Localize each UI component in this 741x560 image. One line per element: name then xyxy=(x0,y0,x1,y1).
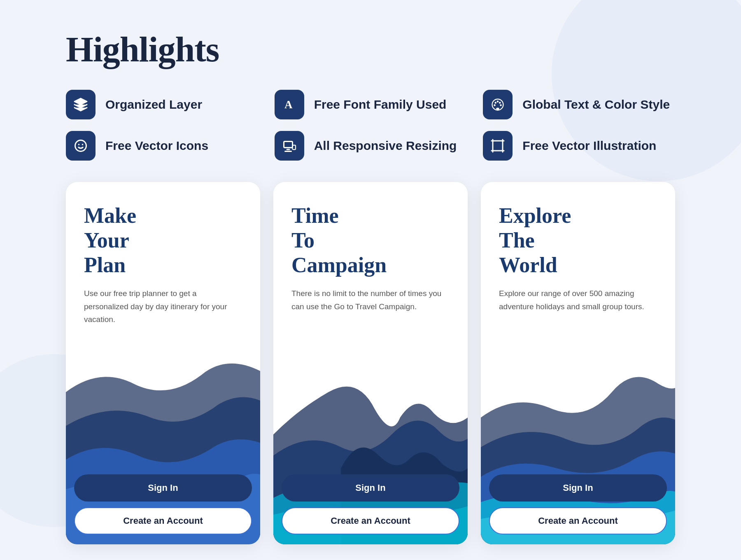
feature-label-all-responsive: All Responsive Resizing xyxy=(314,139,457,153)
feature-label-free-vector-icons: Free Vector Icons xyxy=(105,139,208,153)
svg-point-2 xyxy=(495,102,497,104)
card-1-heading: MakeYourPlan xyxy=(84,203,242,277)
card-3-create-button[interactable]: Create an Account xyxy=(489,507,667,534)
page-title: Highlights xyxy=(66,29,675,70)
feature-global-text-color: Global Text & Color Style xyxy=(483,90,675,119)
card-2-buttons: Sign In Create an Account xyxy=(273,474,468,544)
cards-row: MakeYourPlan Use our free trip planner t… xyxy=(66,182,675,544)
card-1-signin-button[interactable]: Sign In xyxy=(74,474,252,502)
svg-rect-14 xyxy=(493,141,503,151)
feature-free-font: A Free Font Family Used xyxy=(275,90,467,119)
feature-all-responsive: All Responsive Resizing xyxy=(275,131,467,161)
card-1-buttons: Sign In Create an Account xyxy=(66,474,260,544)
card-explore-the-world: ExploreTheWorld Explore our range of ove… xyxy=(481,182,675,544)
card-3-content: ExploreTheWorld Explore our range of ove… xyxy=(481,182,675,313)
palette-icon xyxy=(483,90,513,119)
svg-point-3 xyxy=(499,102,501,104)
frame-icon xyxy=(483,131,513,161)
feature-label-organized-layer: Organized Layer xyxy=(105,98,202,112)
card-2-create-button[interactable]: Create an Account xyxy=(282,507,459,534)
font-icon: A xyxy=(275,90,304,119)
card-make-your-plan: MakeYourPlan Use our free trip planner t… xyxy=(66,182,260,544)
svg-rect-11 xyxy=(286,149,290,150)
card-2-heading: TimeToCampaign xyxy=(291,203,450,277)
svg-rect-10 xyxy=(284,142,292,148)
svg-rect-13 xyxy=(292,145,296,150)
card-time-to-campaign: TimeToCampaign There is no limit to the … xyxy=(273,182,468,544)
svg-point-5 xyxy=(500,104,502,106)
feature-label-free-vector-illustration: Free Vector Illustration xyxy=(522,139,656,153)
svg-point-7 xyxy=(75,140,86,152)
card-2-body: There is no limit to the number of times… xyxy=(291,287,450,313)
feature-label-global-text-color: Global Text & Color Style xyxy=(522,98,670,112)
feature-organized-layer: Organized Layer xyxy=(66,90,258,119)
svg-point-9 xyxy=(82,144,84,145)
card-3-body: Explore our range of over 500 amazing ad… xyxy=(499,287,657,313)
feature-free-vector-illustration: Free Vector Illustration xyxy=(483,131,675,161)
feature-label-free-font: Free Font Family Used xyxy=(314,98,447,112)
svg-point-4 xyxy=(497,100,499,103)
card-1-content: MakeYourPlan Use our free trip planner t… xyxy=(66,182,260,326)
card-3-buttons: Sign In Create an Account xyxy=(481,474,675,544)
resize-icon xyxy=(275,131,304,161)
smile-icon xyxy=(66,131,96,161)
layers-icon xyxy=(66,90,96,119)
card-1-create-button[interactable]: Create an Account xyxy=(74,507,252,534)
features-grid: Organized Layer A Free Font Family Used xyxy=(66,90,675,161)
feature-free-vector-icons: Free Vector Icons xyxy=(66,131,258,161)
card-2-content: TimeToCampaign There is no limit to the … xyxy=(273,182,468,313)
card-3-signin-button[interactable]: Sign In xyxy=(489,474,667,502)
svg-point-8 xyxy=(78,144,80,145)
svg-text:A: A xyxy=(284,98,293,111)
card-3-heading: ExploreTheWorld xyxy=(499,203,657,277)
card-1-body: Use our free trip planner to get a perso… xyxy=(84,287,242,326)
svg-point-6 xyxy=(494,104,496,106)
card-2-signin-button[interactable]: Sign In xyxy=(282,474,459,502)
